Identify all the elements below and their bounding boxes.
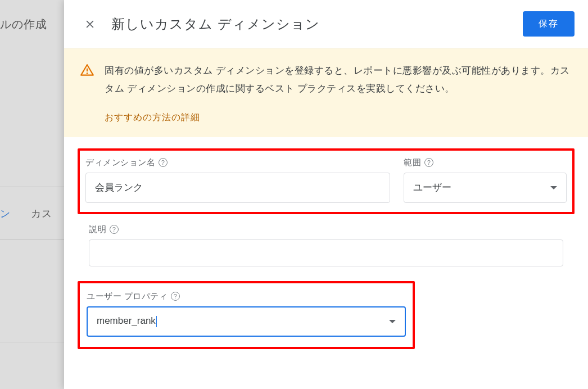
background-divider xyxy=(0,342,64,342)
scope-select[interactable]: ユーザー xyxy=(404,173,567,203)
description-input[interactable] xyxy=(89,239,563,266)
user-property-selected-value: member_rank xyxy=(97,315,157,327)
background-tab-active: ン xyxy=(0,207,10,220)
svg-point-1 xyxy=(87,73,88,74)
user-property-select[interactable]: member_rank xyxy=(87,306,406,337)
modal-backdrop xyxy=(0,0,64,389)
background-tab-other: カス xyxy=(31,207,52,220)
warning-icon xyxy=(80,63,94,80)
warning-content: 固有の値が多いカスタム ディメンションを登録すると、レポートに悪影響が及ぶ可能性… xyxy=(105,62,570,124)
dimension-name-label: ディメンション名 xyxy=(85,157,155,168)
close-button[interactable] xyxy=(81,15,99,33)
warning-text: 固有の値が多いカスタム ディメンションを登録すると、レポートに悪影響が及ぶ可能性… xyxy=(105,62,570,98)
side-panel: 新しいカスタム ディメンション 保存 固有の値が多いカスタム ディメンションを登… xyxy=(64,0,588,389)
description-field: 説明 ? xyxy=(78,219,575,269)
chevron-down-icon xyxy=(550,186,557,189)
help-icon[interactable]: ? xyxy=(171,292,180,301)
form-area: ディメンション名 ? 範囲 ? ユーザー 説明 ? xyxy=(64,137,588,360)
help-icon[interactable]: ? xyxy=(159,158,168,167)
scope-field: 範囲 ? ユーザー xyxy=(404,157,567,203)
scope-label: 範囲 xyxy=(404,157,421,168)
save-button[interactable]: 保存 xyxy=(523,11,575,37)
background-header-fragment: ルの作成 xyxy=(0,17,47,32)
user-property-label-row: ユーザー プロパティ ? xyxy=(87,291,406,302)
best-practices-link[interactable]: おすすめの方法の詳細 xyxy=(105,112,200,124)
help-icon[interactable]: ? xyxy=(424,158,433,167)
user-property-field: ユーザー プロパティ ? member_rank xyxy=(87,291,406,337)
dimension-name-field: ディメンション名 ? xyxy=(85,157,390,203)
user-property-label: ユーザー プロパティ xyxy=(87,291,168,302)
scope-selected-value: ユーザー xyxy=(413,181,451,194)
highlight-name-scope: ディメンション名 ? 範囲 ? ユーザー xyxy=(78,148,575,214)
dimension-name-label-row: ディメンション名 ? xyxy=(85,157,390,168)
panel-header: 新しいカスタム ディメンション 保存 xyxy=(64,0,588,48)
help-icon[interactable]: ? xyxy=(110,225,119,234)
panel-title: 新しいカスタム ディメンション xyxy=(111,15,523,33)
warning-banner: 固有の値が多いカスタム ディメンションを登録すると、レポートに悪影響が及ぶ可能性… xyxy=(64,48,588,137)
chevron-down-icon xyxy=(389,320,396,323)
highlight-user-property: ユーザー プロパティ ? member_rank xyxy=(78,281,415,349)
background-divider xyxy=(0,239,64,240)
background-divider xyxy=(0,187,64,187)
close-icon xyxy=(84,19,96,30)
scope-label-row: 範囲 ? xyxy=(404,157,567,168)
description-label: 説明 xyxy=(89,224,106,235)
description-label-row: 説明 ? xyxy=(89,224,563,235)
dimension-name-input[interactable] xyxy=(85,173,390,203)
